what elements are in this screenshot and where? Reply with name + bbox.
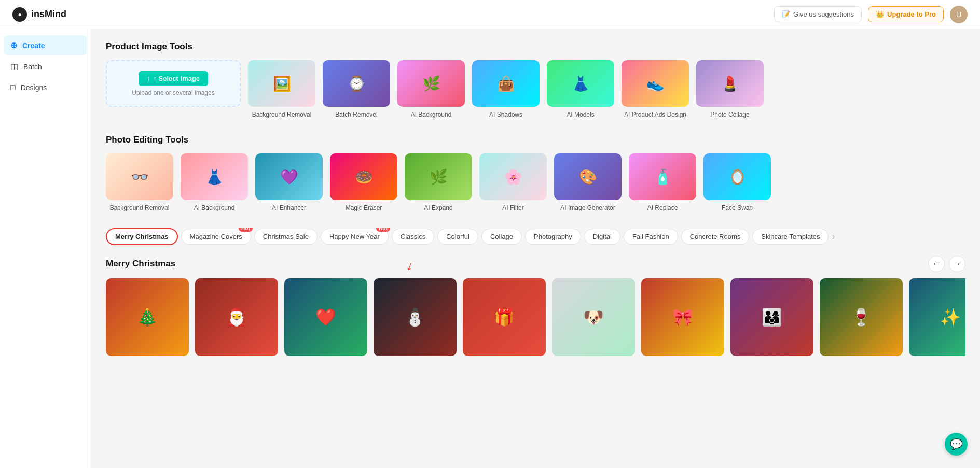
sidebar-label-designs: Designs [21, 83, 47, 92]
tab-digital-label: Digital [593, 233, 612, 240]
hot-badge-magazine: Hot [239, 228, 253, 232]
tab-happy-new-year-label: Happy New Year [329, 233, 380, 240]
tab-collage[interactable]: Collage [481, 229, 522, 245]
template-xmas-8[interactable]: 👨‍👩‍👦 [730, 278, 813, 356]
suggest-label: Give us suggestions [793, 10, 854, 18]
templates-section-title: Merry Christmas [106, 259, 175, 269]
avatar[interactable]: U [950, 6, 968, 23]
tab-concrete-rooms-label: Concrete Rooms [690, 233, 741, 240]
logo-icon: ● [12, 7, 27, 22]
tab-fall-fashion[interactable]: Fall Fashion [624, 229, 678, 245]
pe-bg-removal[interactable]: 👓 Background Removal [106, 153, 173, 211]
tool-ai-bg-label: AI Background [411, 111, 452, 118]
pe-enhancer[interactable]: 💜 AI Enhancer [255, 153, 323, 211]
upload-card[interactable]: ↑ ↑ Select Image Upload one or several i… [106, 60, 241, 107]
tab-christmas-sale-label: Christmas Sale [263, 233, 309, 240]
template-xmas-3[interactable]: ❤️ [284, 278, 367, 356]
template-xmas-4[interactable]: ⛄ [374, 278, 457, 356]
product-tools-title: Product Image Tools [106, 41, 965, 52]
template-xmas-9-thumb: 🍷 [820, 278, 903, 356]
template-xmas-1[interactable]: 🎄 [106, 278, 189, 356]
photo-tools-row: 👓 Background Removal 👗 AI Background 💜 A… [106, 153, 965, 214]
pe-img-gen-label: AI Image Generator [560, 204, 615, 211]
pe-img-gen[interactable]: 🎨 AI Image Generator [554, 153, 622, 211]
layout: ⊕ Create ◫ Batch □ Designs Product Image… [0, 29, 980, 468]
suggest-button[interactable]: 📝 Give us suggestions [774, 6, 862, 22]
tab-digital[interactable]: Digital [584, 229, 620, 245]
pe-ai-filter[interactable]: 🌸 AI Filter [479, 153, 547, 211]
template-xmas-6[interactable]: 🐶 [552, 278, 635, 356]
upgrade-icon: 👑 [876, 10, 884, 18]
sidebar: ⊕ Create ◫ Batch □ Designs [0, 29, 91, 468]
pe-ai-bg-label: AI Background [194, 204, 235, 211]
templates-prev-button[interactable]: ← [928, 256, 945, 272]
sidebar-item-create[interactable]: ⊕ Create [4, 35, 87, 55]
pe-ai-bg[interactable]: 👗 AI Background [181, 153, 248, 211]
template-xmas-7[interactable]: 🎀 [641, 278, 724, 356]
main-content: Product Image Tools ↑ ↑ Select Image Upl… [91, 29, 980, 468]
template-xmas-5[interactable]: 🎁 [463, 278, 546, 356]
template-xmas-2[interactable]: 🎅 [195, 278, 278, 356]
sidebar-item-designs[interactable]: □ Designs [4, 78, 87, 97]
template-xmas-1-thumb: 🎄 [106, 278, 189, 356]
pe-enhancer-thumb: 💜 [255, 153, 323, 200]
tool-ai-shadows[interactable]: 👜 AI Shadows [472, 60, 540, 118]
pe-face-swap-label: Face Swap [722, 204, 753, 211]
sidebar-label-batch: Batch [23, 63, 42, 71]
tool-photo-collage[interactable]: 💄 Photo Collage [696, 60, 764, 118]
template-xmas-5-thumb: 🎁 [463, 278, 546, 356]
select-image-button[interactable]: ↑ ↑ Select Image [139, 71, 208, 86]
tool-batch-removal[interactable]: ⌚ Batch Removel [323, 60, 390, 118]
tab-skincare-label: Skincare Templates [761, 233, 820, 240]
templates-next-button[interactable]: → [949, 256, 965, 272]
template-xmas-8-thumb: 👨‍👩‍👦 [730, 278, 813, 356]
template-xmas-7-thumb: 🎀 [641, 278, 724, 356]
upgrade-button[interactable]: 👑 Upgrade to Pro [868, 6, 944, 22]
template-xmas-2-thumb: 🎅 [195, 278, 278, 356]
tab-christmas-sale[interactable]: Christmas Sale [254, 229, 318, 245]
tool-ai-models-thumb: 👗 [547, 60, 614, 107]
photo-tools-title: Photo Editing Tools [106, 135, 965, 145]
pe-ai-expand[interactable]: 🌿 AI Expand [405, 153, 472, 211]
hot-badge-newyear: Hot [376, 228, 390, 232]
chat-fab[interactable]: 💬 [945, 433, 968, 456]
tab-happy-new-year[interactable]: Happy New Year Hot [321, 229, 389, 245]
tab-skincare[interactable]: Skincare Templates [752, 229, 829, 245]
tool-bg-removal-label: Background Removal [252, 111, 312, 118]
header: ● insMind 📝 Give us suggestions 👑 Upgrad… [0, 0, 980, 29]
header-right: 📝 Give us suggestions 👑 Upgrade to Pro U [774, 6, 968, 23]
logo-text: insMind [31, 9, 66, 20]
tab-magazine-covers[interactable]: Magazine Covers Hot [181, 229, 251, 245]
tab-merry-christmas[interactable]: Merry Christmas [106, 228, 178, 245]
tab-collage-label: Collage [490, 233, 513, 240]
tool-ai-product-ads-label: AI Product Ads Design [624, 111, 686, 118]
pe-ai-expand-thumb: 🌿 [405, 153, 472, 200]
tab-concrete-rooms[interactable]: Concrete Rooms [681, 229, 750, 245]
upgrade-label: Upgrade to Pro [887, 10, 936, 18]
pe-ai-expand-label: AI Expand [424, 204, 452, 211]
logo: ● insMind [12, 7, 66, 22]
template-xmas-9[interactable]: 🍷 [820, 278, 903, 356]
pe-face-swap[interactable]: 🪞 Face Swap [703, 153, 771, 211]
pe-ai-filter-thumb: 🌸 [479, 153, 547, 200]
tool-ai-product-ads[interactable]: 👟 AI Product Ads Design [622, 60, 689, 118]
template-navigation: ← → [928, 256, 965, 272]
pe-magic-eraser-thumb: 🍩 [330, 153, 397, 200]
pe-replace[interactable]: 🧴 AI Replace [629, 153, 696, 211]
tool-ai-models[interactable]: 👗 AI Models [547, 60, 614, 118]
sidebar-item-batch[interactable]: ◫ Batch [4, 56, 87, 77]
tool-ai-background[interactable]: 🌿 AI Background [397, 60, 465, 118]
templates-row: 🎄 🎅 ❤️ ⛄ 🎁 🐶 🎀 👨‍👩‍👦 [106, 278, 965, 360]
pe-magic-eraser[interactable]: 🍩 Magic Eraser [330, 153, 397, 211]
tool-ai-shadows-thumb: 👜 [472, 60, 540, 107]
tab-photography[interactable]: Photography [525, 229, 581, 245]
pe-bg-removal-thumb: 👓 [106, 153, 173, 200]
template-xmas-10[interactable]: ✨ [909, 278, 965, 356]
tool-bg-removal[interactable]: 🖼️ Background Removal [248, 60, 315, 118]
tab-fall-fashion-label: Fall Fashion [632, 233, 669, 240]
tabs-scroll-right[interactable]: › [832, 231, 835, 242]
pe-replace-thumb: 🧴 [629, 153, 696, 200]
tab-colorful[interactable]: Colorful [437, 229, 478, 245]
tool-batch-removal-label: Batch Removel [335, 111, 377, 118]
tab-classics[interactable]: Classics [392, 229, 434, 245]
